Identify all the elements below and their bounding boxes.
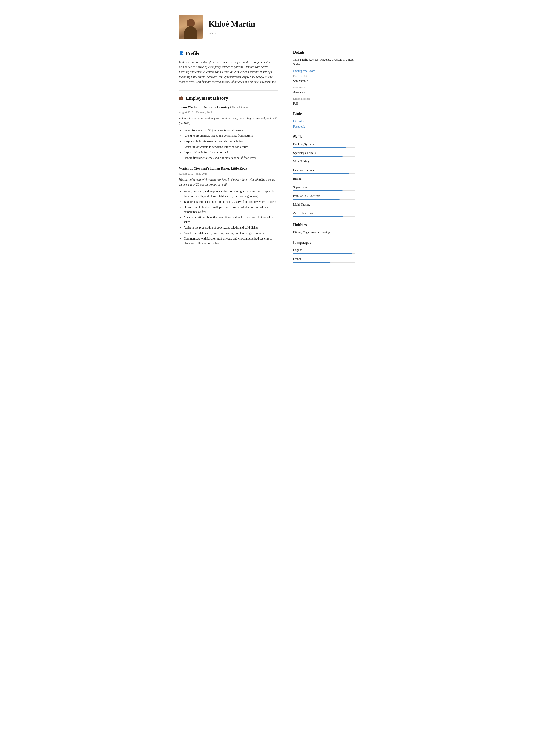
- details-address: 1515 Pacific Ave, Los Angeles, CA 90291,…: [293, 58, 355, 67]
- links-title: Links: [293, 111, 355, 117]
- list-item: Assist in the preparation of appetizers,…: [184, 225, 278, 230]
- skill-item: Billing: [293, 176, 355, 182]
- employment-title: Employment History: [186, 94, 228, 101]
- list-item: Take orders from customers and timeously…: [184, 200, 278, 204]
- job-1-description: Achieved county-best culinary satisfacti…: [179, 116, 278, 126]
- link-linkedin[interactable]: Linkedin: [293, 119, 355, 123]
- skill-bar-fill: [293, 208, 346, 208]
- details-section: Details 1515 Pacific Ave, Los Angeles, C…: [293, 49, 355, 106]
- language-bar-fill: [293, 262, 330, 263]
- candidate-title: Waiter: [209, 31, 355, 36]
- skill-bar-fill: [293, 182, 337, 182]
- list-item: Communicate with kitchen staff directly …: [184, 236, 278, 246]
- language-item: French: [293, 257, 355, 263]
- skill-name: Multi-Tasking: [293, 202, 355, 207]
- language-name: French: [293, 257, 355, 261]
- job-1-dates: August 2016 – February 2019: [179, 110, 278, 115]
- skill-bar-bg: [293, 182, 355, 182]
- list-item: Inspect dishes before they get served: [184, 150, 278, 155]
- profile-title: Profile: [186, 49, 199, 57]
- languages-title: Languages: [293, 240, 355, 246]
- skill-bar-fill: [293, 148, 346, 148]
- list-item: Do consistent check-ins with patrons to …: [184, 205, 278, 214]
- details-email[interactable]: email@email.com: [293, 68, 355, 73]
- skill-name: Point of Sale Software: [293, 194, 355, 198]
- link-facebook[interactable]: Facebook: [293, 124, 355, 129]
- skills-title: Skills: [293, 134, 355, 140]
- job-1-bullets: Supervise a team of 30 junior waiters an…: [179, 128, 278, 160]
- header-text: Khloé Martin Waiter: [209, 18, 355, 36]
- language-item: English: [293, 248, 355, 254]
- skill-bar-fill: [293, 216, 343, 217]
- skills-list: Booking Systems Specialty Cocktails Wine…: [293, 142, 355, 217]
- languages-list: English French: [293, 248, 355, 263]
- job-1-title: Team Waiter at Colorado Country Club, De…: [179, 105, 278, 110]
- employment-section-header: 💼 Employment History: [179, 94, 278, 101]
- list-item: Assist junior waiters in servicing large…: [184, 145, 278, 149]
- details-nationality-label: Nationality: [293, 85, 355, 90]
- language-bar-bg: [293, 253, 355, 254]
- profile-section: 👤 Profile Dedicated waiter with eight ye…: [179, 49, 278, 84]
- links-section: Links Linkedin Facebook: [293, 111, 355, 129]
- header: Khloé Martin Waiter: [170, 9, 364, 45]
- skill-bar-fill: [293, 156, 343, 157]
- skill-item: Customer Service: [293, 168, 355, 174]
- right-column: Details 1515 Pacific Ave, Los Angeles, C…: [287, 47, 364, 277]
- candidate-name: Khloé Martin: [209, 18, 355, 30]
- skill-bar-fill: [293, 173, 349, 174]
- avatar: [179, 15, 202, 39]
- skill-bar-bg: [293, 190, 355, 191]
- list-item: Handle finishing touches and elaborate p…: [184, 156, 278, 160]
- hobbies-title: Hobbies: [293, 222, 355, 228]
- skill-item: Wine Pairing: [293, 159, 355, 165]
- language-bar-bg: [293, 262, 355, 263]
- skill-name: Wine Pairing: [293, 159, 355, 164]
- details-nationality-value: American: [293, 90, 355, 94]
- job-2-title: Waiter at Giovanni's Italian Diner, Litt…: [179, 166, 278, 171]
- details-birth-label: Place of birth: [293, 74, 355, 78]
- details-birth-value: San Antonio: [293, 79, 355, 83]
- list-item: Set up, decorate, and prepare serving an…: [184, 189, 278, 199]
- skill-bar-bg: [293, 216, 355, 217]
- skill-item: Supervision: [293, 185, 355, 191]
- skill-bar-bg: [293, 156, 355, 157]
- hobbies-text: Biking, Yoga, French Cooking: [293, 230, 355, 234]
- skill-name: Customer Service: [293, 168, 355, 173]
- job-2-bullets: Set up, decorate, and prepare serving an…: [179, 189, 278, 246]
- skill-bar-fill: [293, 165, 340, 165]
- skill-bar-bg: [293, 199, 355, 200]
- list-item: Answer questions about the menu items an…: [184, 215, 278, 225]
- skill-bar-bg: [293, 173, 355, 174]
- language-bar-fill: [293, 253, 352, 254]
- skill-bar-fill: [293, 190, 343, 191]
- skill-item: Active Listening: [293, 211, 355, 217]
- list-item: Responsible for timekeeping and shift sc…: [184, 139, 278, 144]
- job-2-dates: August 2012 – June 2016: [179, 172, 278, 176]
- skill-name: Supervision: [293, 185, 355, 190]
- languages-section: Languages English French: [293, 240, 355, 263]
- list-item: Assist front-of-house by greeting, seati…: [184, 231, 278, 236]
- list-item: Supervise a team of 30 junior waiters an…: [184, 128, 278, 133]
- profile-text: Dedicated waiter with eight years servic…: [179, 60, 278, 84]
- skill-item: Specialty Cocktails: [293, 151, 355, 157]
- hobbies-section: Hobbies Biking, Yoga, French Cooking: [293, 222, 355, 234]
- employment-section: 💼 Employment History Team Waiter at Colo…: [179, 94, 278, 246]
- details-title: Details: [293, 49, 355, 55]
- job-2: Waiter at Giovanni's Italian Diner, Litt…: [179, 166, 278, 246]
- job-1: Team Waiter at Colorado Country Club, De…: [179, 105, 278, 160]
- avatar-image: [179, 15, 202, 39]
- main-layout: 👤 Profile Dedicated waiter with eight ye…: [170, 47, 364, 277]
- skill-name: Active Listening: [293, 211, 355, 215]
- skill-item: Booking Systems: [293, 142, 355, 148]
- language-name: English: [293, 248, 355, 252]
- skill-name: Billing: [293, 176, 355, 181]
- details-license-value: Full: [293, 101, 355, 106]
- skill-bar-fill: [293, 199, 340, 200]
- employment-icon: 💼: [179, 95, 184, 101]
- skill-bar-bg: [293, 148, 355, 148]
- skill-item: Point of Sale Software: [293, 194, 355, 200]
- skill-item: Multi-Tasking: [293, 202, 355, 208]
- skill-bar-bg: [293, 165, 355, 165]
- skills-section: Skills Booking Systems Specialty Cocktai…: [293, 134, 355, 217]
- resume-page: Khloé Martin Waiter 👤 Profile Dedicated …: [170, 0, 364, 289]
